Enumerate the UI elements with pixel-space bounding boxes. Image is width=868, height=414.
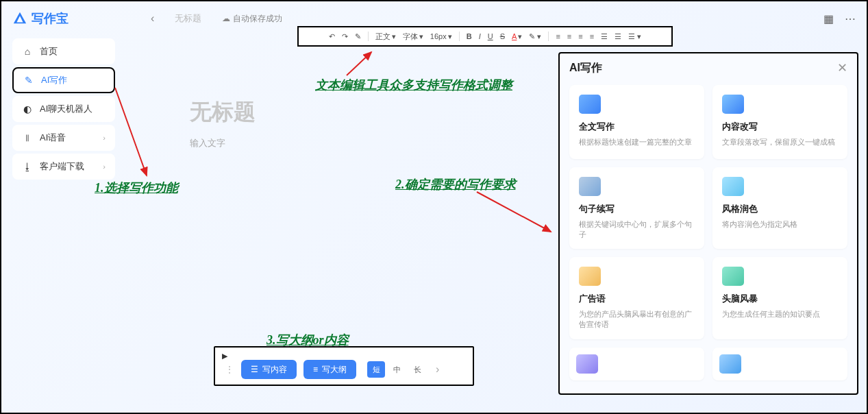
play-handle-icon[interactable]: ▶ — [222, 352, 227, 361]
autosave-status: ☁ 自动保存成功 — [222, 13, 282, 25]
card-title: 内容改写 — [722, 121, 838, 133]
brainstorm-icon — [722, 267, 744, 286]
card-desc: 根据关键词或中心句，扩展多个句子 — [579, 219, 695, 239]
polish-icon — [722, 177, 744, 196]
annotation-1: 1.选择写作功能 — [95, 180, 178, 196]
annotation-3: 3.写大纲or内容 — [266, 332, 349, 348]
app-name: 写作宝 — [32, 10, 69, 27]
sidebar-item-label: AI语音 — [40, 132, 66, 144]
sidebar-item-ai-write[interactable]: ✎ AI写作 — [12, 67, 115, 93]
ai-card-slogan[interactable]: 广告语 为您的产品头脑风暴出有创意的广告宣传语 — [569, 257, 704, 339]
card-title: 广告语 — [579, 293, 695, 305]
write-outline-button[interactable]: ≡ 写大纲 — [303, 360, 356, 379]
ai-card-brainstorm[interactable]: 头脑风暴 为您生成任何主题的知识要点 — [712, 257, 847, 339]
length-more-button[interactable]: › — [436, 363, 439, 376]
length-mid-button[interactable]: 中 — [388, 361, 406, 378]
card-title: 头脑风暴 — [722, 293, 838, 305]
paragraph-select[interactable]: 正文 ▾ — [375, 32, 396, 42]
write-content-button[interactable]: ☰ 写内容 — [241, 360, 297, 379]
length-short-button[interactable]: 短 — [367, 361, 385, 378]
svg-line-1 — [347, 52, 371, 75]
font-select[interactable]: 字体 ▾ — [403, 32, 423, 42]
align-center-button[interactable]: ≡ — [567, 32, 571, 40]
ai-card-continue[interactable]: 句子续写 根据关键词或中心句，扩展多个句子 — [569, 167, 704, 249]
feature-icon — [719, 354, 741, 374]
format-paint-button[interactable]: ✎ — [355, 32, 361, 41]
editor-toolbar: ↶ ↷ ✎ 正文 ▾ 字体 ▾ 16px ▾ B I U S A ▾ ✎ ▾ ≡… — [297, 26, 673, 47]
back-button[interactable]: ‹ — [151, 12, 154, 25]
sidebar: ⌂ 首页 ✎ AI写作 ◐ AI聊天机器人 ⦀ AI语音 › ⭳ 客户端下载 › — [12, 38, 115, 182]
card-desc: 根据标题快速创建一篇完整的文章 — [579, 137, 695, 147]
undo-button[interactable]: ↶ — [329, 32, 335, 41]
card-desc: 将内容润色为指定风格 — [722, 219, 838, 230]
length-segmented: 短 中 长 — [367, 361, 426, 378]
document-title-input[interactable]: 无标题 — [190, 97, 546, 127]
arrow-1 — [112, 85, 153, 181]
sidebar-item-label: AI聊天机器人 — [40, 103, 92, 115]
rewrite-icon — [722, 95, 744, 114]
sidebar-item-download[interactable]: ⭳ 客户端下载 › — [12, 154, 115, 180]
arrow-2 — [474, 189, 556, 237]
card-desc: 为您生成任何主题的知识要点 — [722, 309, 838, 319]
underline-button[interactable]: U — [488, 32, 493, 40]
ai-card-extra-2[interactable] — [712, 348, 847, 380]
sidebar-item-label: 首页 — [40, 45, 58, 58]
chat-icon: ◐ — [22, 103, 33, 114]
svg-line-2 — [477, 192, 551, 232]
sidebar-item-home[interactable]: ⌂ 首页 — [12, 38, 115, 64]
home-icon: ⌂ — [22, 46, 33, 57]
close-icon[interactable]: ✕ — [837, 60, 847, 75]
svg-line-0 — [115, 88, 147, 175]
card-title: 全文写作 — [579, 121, 695, 133]
download-icon: ⭳ — [22, 161, 33, 172]
continue-icon — [579, 177, 601, 196]
sidebar-item-ai-voice[interactable]: ⦀ AI语音 › — [12, 125, 115, 151]
sidebar-item-label: AI写作 — [41, 74, 67, 86]
ai-card-extra-1[interactable] — [569, 348, 704, 380]
chevron-right-icon: › — [103, 134, 106, 142]
italic-button[interactable]: I — [479, 32, 481, 40]
font-size-select[interactable]: 16px ▾ — [430, 32, 452, 41]
document-body-input[interactable]: 输入文字 — [190, 137, 546, 149]
align-justify-button[interactable]: ≡ — [590, 32, 594, 40]
document-icon — [579, 95, 601, 114]
autosave-text: 自动保存成功 — [233, 13, 282, 25]
chevron-right-icon: › — [103, 162, 106, 171]
feature-icon — [576, 354, 598, 374]
highlight-button[interactable]: ✎ ▾ — [529, 32, 541, 41]
cloud-icon: ☁ — [222, 14, 230, 23]
ai-panel-title: AI写作 — [569, 61, 602, 75]
ad-icon — [579, 267, 601, 286]
arrow-toolbar — [344, 49, 385, 78]
list-ul-button[interactable]: ☰ — [601, 32, 608, 41]
card-desc: 为您的产品头脑风暴出有创意的广告宣传语 — [579, 309, 695, 329]
doc-title-top: 无标题 — [175, 12, 201, 25]
ai-write-panel: AI写作 ✕ 全文写作 根据标题快速创建一篇完整的文章 内容改写 文章段落改写，… — [558, 52, 858, 395]
voice-icon: ⦀ — [22, 132, 33, 143]
strike-button[interactable]: S — [500, 32, 505, 40]
ai-card-rewrite[interactable]: 内容改写 文章段落改写，保留原义一键成稿 — [712, 85, 847, 159]
card-desc: 文章段落改写，保留原义一键成稿 — [722, 137, 838, 147]
sidebar-item-label: 客户端下载 — [40, 160, 84, 173]
align-left-button[interactable]: ≡ — [556, 32, 560, 40]
ai-card-full-write[interactable]: 全文写作 根据标题快速创建一篇完整的文章 — [569, 85, 704, 159]
app-logo: 写作宝 — [12, 10, 69, 27]
annotation-toolbar: 文本编辑工具众多支持写作格式调整 — [315, 77, 512, 93]
grid-view-icon[interactable]: ▦ — [823, 12, 834, 25]
more-icon[interactable]: ⋯ — [845, 12, 856, 25]
indent-button[interactable]: ☰ ▾ — [628, 32, 641, 41]
bold-button[interactable]: B — [467, 32, 472, 40]
drag-handle-icon[interactable]: ⋮ — [225, 364, 234, 375]
ai-card-polish[interactable]: 风格润色 将内容润色为指定风格 — [712, 167, 847, 249]
list-ol-button[interactable]: ☰ — [615, 32, 621, 41]
redo-button[interactable]: ↷ — [342, 32, 348, 41]
sidebar-item-ai-chat[interactable]: ◐ AI聊天机器人 — [12, 96, 115, 122]
card-title: 句子续写 — [579, 203, 695, 215]
text-color-button[interactable]: A ▾ — [512, 32, 522, 41]
logo-icon — [12, 11, 27, 26]
edit-icon: ✎ — [23, 75, 34, 86]
compose-action-bar: ▶ ⋮ ☰ 写内容 ≡ 写大纲 短 中 长 › — [214, 346, 474, 386]
length-long-button[interactable]: 长 — [408, 361, 426, 378]
card-title: 风格润色 — [722, 203, 838, 215]
align-right-button[interactable]: ≡ — [578, 32, 582, 40]
